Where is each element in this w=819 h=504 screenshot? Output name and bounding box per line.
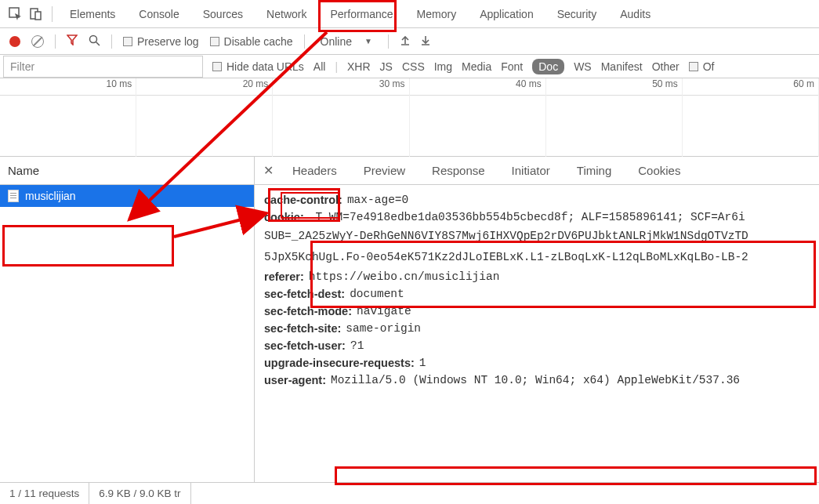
cat-font[interactable]: Font [501,60,523,73]
cat-js[interactable]: JS [380,60,393,73]
hdr-ua-k: user-agent: [264,374,326,386]
hdr-sfs-v: same-origin [341,322,421,335]
timeline-tick: 60 m [683,78,819,95]
filter-input[interactable]: Filter [3,56,203,78]
timeline-tick: 10 ms [0,78,136,95]
svg-line-4 [96,42,100,45]
timeline-tick: 20 ms [136,78,273,95]
hdr-referer-v: https://weibo.cn/musiclijian [304,270,500,283]
tab-memory[interactable]: Memory [406,2,468,27]
hdr-sfm-v: navigate [352,305,411,317]
status-requests: 1 / 11 requests [0,483,89,504]
cat-xhr[interactable]: XHR [347,60,371,73]
tab-performance[interactable]: Performance [319,2,404,27]
tab-audits[interactable]: Audits [609,2,661,27]
status-transfer: 6.9 KB / 9.0 KB tr [89,483,190,504]
record-button[interactable] [9,36,20,47]
cat-css[interactable]: CSS [402,60,425,73]
hdr-sfd-k: sec-fetch-dest: [264,288,345,300]
filter-toggle-icon[interactable] [67,34,78,48]
timeline-overview[interactable]: 10 ms 20 ms 30 ms 40 ms 50 ms 60 m [0,78,819,157]
close-detail-icon[interactable]: ✕ [259,162,277,179]
cat-other[interactable]: Other [652,60,679,73]
throttling-select[interactable]: Online ▼ [316,34,377,49]
chevron-down-icon: ▼ [364,37,372,45]
preserve-log-label: Preserve log [137,35,199,48]
tab-security[interactable]: Security [546,2,608,27]
tab-elements[interactable]: Elements [59,2,126,27]
separator [52,6,53,22]
tab-application[interactable]: Application [469,2,545,27]
timeline-tick: 30 ms [273,78,409,95]
devtools-top-tabs: Elements Console Sources Network Perform… [0,0,819,28]
hdr-sfd-v: document [345,288,404,300]
headers-body[interactable]: cache-control:max-age=0 cookie:_T_WM=7e4… [255,185,819,482]
separator [388,34,389,49]
status-bar: 1 / 11 requests 6.9 KB / 9.0 KB tr [0,482,819,504]
upload-har-icon[interactable] [400,34,411,48]
svg-rect-2 [35,12,41,20]
name-column-header[interactable]: Name [0,157,254,185]
search-icon[interactable] [89,34,100,49]
hdr-upg-k: upgrade-insecure-requests: [264,357,415,369]
device-toggle-icon[interactable] [27,5,45,24]
request-row[interactable]: musiclijian [0,185,254,207]
offline-checkbox[interactable]: Of [689,60,715,73]
hdr-upg-v: 1 [415,357,426,369]
hdr-sfm-k: sec-fetch-mode: [264,305,352,317]
detail-pane: ✕ Headers Preview Response Initiator Tim… [255,157,819,482]
tab-network[interactable]: Network [255,2,317,27]
disable-cache-checkbox[interactable]: Disable cache [210,35,293,48]
detail-tab-preview[interactable]: Preview [353,158,416,183]
request-list-pane: Name musiclijian [0,157,255,482]
main-split: Name musiclijian ✕ Headers Preview Respo… [0,157,819,482]
preserve-log-checkbox[interactable]: Preserve log [123,35,199,48]
hide-data-urls-checkbox[interactable]: Hide data URLs [212,60,304,73]
detail-tab-cookies[interactable]: Cookies [627,158,691,183]
hdr-cookie-v3: 5JpX5KchUgL.Fo-0eo54eK571Kz2dJLoIEBLxK.L… [264,247,817,268]
separator [111,34,112,49]
detail-tab-initiator[interactable]: Initiator [501,158,561,183]
detail-tabs: ✕ Headers Preview Response Initiator Tim… [255,157,819,185]
timeline-tick: 50 ms [546,78,683,95]
filter-row: Filter Hide data URLs All | XHR JS CSS I… [0,55,819,78]
document-icon [8,190,19,202]
timeline-tick: 40 ms [410,78,546,95]
hdr-referer-k: referer: [264,270,304,283]
request-list: musiclijian [0,185,254,482]
detail-tab-response[interactable]: Response [421,158,496,183]
cat-img[interactable]: Img [434,60,452,73]
hdr-ua-v: Mozilla/5.0 (Windows NT 10.0; Win64; x64… [326,374,740,386]
detail-tab-timing[interactable]: Timing [566,158,622,183]
hdr-cookie-v2: SUB=_2A25zWyY-DeRhGeNN6VIY8S7Mwj6IHXVQpE… [264,226,817,247]
detail-tab-headers[interactable]: Headers [281,158,348,183]
tab-sources[interactable]: Sources [192,2,254,27]
network-toolbar: Preserve log Disable cache Online ▼ [0,28,819,55]
inspect-icon[interactable] [6,5,25,24]
hdr-cookie-v1: _T_WM=7e4918edbe1da03536bb554b5cbecd8f; … [304,211,745,223]
throttling-value: Online [321,35,352,48]
hdr-sfu-k: sec-fetch-user: [264,339,346,352]
hide-data-urls-label: Hide data URLs [226,60,304,73]
hdr-cookie-k: cookie: [264,211,304,223]
cat-doc[interactable]: Doc [532,59,564,74]
cat-ws[interactable]: WS [574,60,592,73]
tab-console[interactable]: Console [128,2,190,27]
hdr-sfs-k: sec-fetch-site: [264,322,341,335]
hdr-sfu-v: ?1 [346,339,364,352]
clear-button[interactable] [31,35,44,48]
separator [55,34,56,49]
disable-cache-label: Disable cache [224,35,293,48]
cat-all[interactable]: All [313,60,326,73]
download-har-icon[interactable] [420,34,431,48]
hdr-cache-control-v: max-age=0 [342,194,408,206]
request-name: musiclijian [25,190,76,202]
svg-point-3 [90,35,97,42]
cat-manifest[interactable]: Manifest [601,60,643,73]
cat-media[interactable]: Media [462,60,491,73]
separator [304,34,305,49]
hdr-cache-control-k: cache-control: [264,194,342,206]
